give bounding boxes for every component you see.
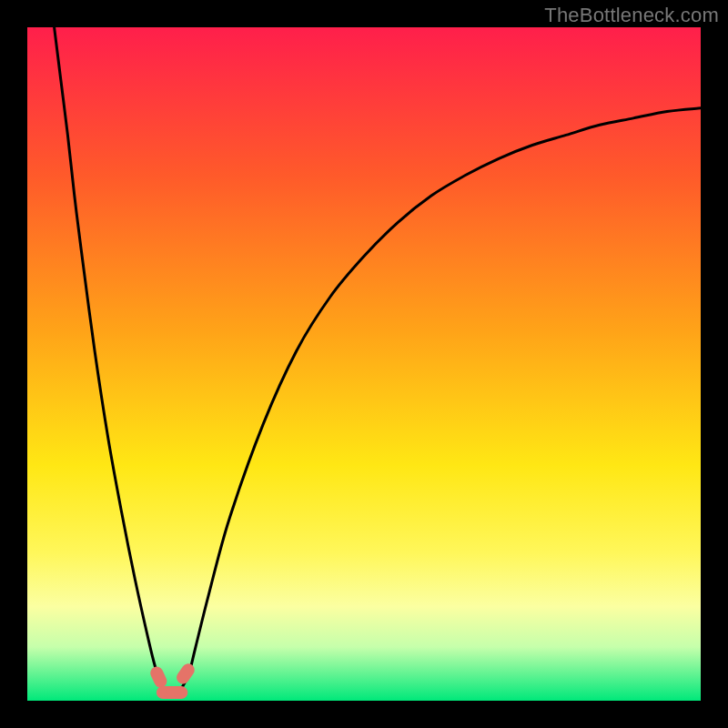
marker-trough-mid-b	[166, 686, 187, 699]
bottleneck-chart	[27, 27, 701, 701]
watermark-text: TheBottleneck.com	[544, 4, 719, 27]
svg-rect-3	[166, 686, 187, 699]
gradient-background	[27, 27, 701, 701]
chart-frame: TheBottleneck.com	[0, 0, 728, 728]
plot-area	[27, 27, 701, 701]
